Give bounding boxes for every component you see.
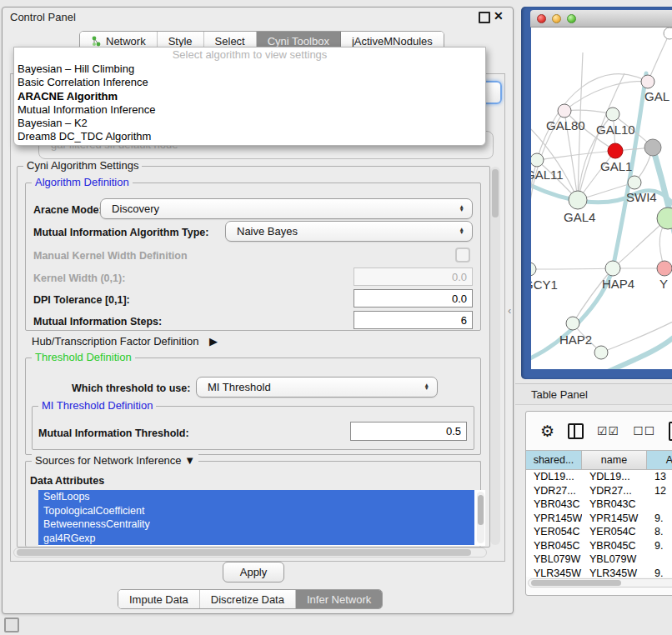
network-node[interactable]: [608, 143, 623, 158]
network-edge-thick[interactable]: [608, 337, 672, 369]
data-attributes-label: Data Attributes: [30, 475, 104, 487]
manual-kernel-label: Manual Kernel Width Definition: [33, 250, 188, 262]
network-edge[interactable]: [564, 82, 648, 111]
table-horizontal-scrollbar[interactable]: [528, 578, 672, 588]
table-cell: YBR043C: [582, 498, 647, 512]
settings-horizontal-scrollbar[interactable]: [13, 548, 487, 558]
algorithm-option[interactable]: Dream8 DC_TDC Algorithm: [14, 130, 485, 143]
data-attribute-item[interactable]: gal4RGexp: [38, 532, 474, 546]
manual-kernel-checkbox[interactable]: [455, 248, 470, 262]
gear-icon[interactable]: ⚙: [540, 423, 554, 439]
apply-button[interactable]: Apply: [223, 562, 284, 582]
threshold-definition-title: Threshold Definition: [32, 351, 135, 363]
network-node[interactable]: [594, 346, 608, 359]
network-edge[interactable]: [648, 33, 669, 82]
panel-collapse-chevron-icon[interactable]: ‹: [508, 304, 511, 317]
panel-title: Control Panel: [10, 11, 76, 23]
table-cell: YBL079W: [526, 552, 582, 567]
table-row[interactable]: YDR27...YDR27...12: [526, 484, 672, 498]
tab-discretize-data[interactable]: Discretize Data: [200, 590, 296, 608]
horizontal-scrollbar-thumb[interactable]: [17, 549, 471, 556]
kernel-width-field[interactable]: 0.0: [354, 268, 473, 286]
deselect-all-icon[interactable]: ☐☐: [633, 424, 655, 438]
table-panel-body: ⚙ ☑☑ ☐☐ shared...nameAYDL19...YDL19...13…: [515, 406, 672, 606]
table-row[interactable]: YBR043CYBR043C: [526, 498, 672, 512]
tab-infer-network[interactable]: Infer Network: [296, 590, 382, 608]
mi-threshold-field[interactable]: 0.5: [350, 422, 467, 441]
network-node[interactable]: [531, 262, 536, 276]
table-row[interactable]: YER054CYER054C8.: [526, 525, 672, 539]
collapse-arrow-icon[interactable]: ▼: [184, 454, 195, 467]
float-window-icon[interactable]: [479, 12, 490, 23]
network-edge[interactable]: [564, 110, 613, 114]
table-cell: 9.: [647, 512, 672, 526]
minimize-traffic-light[interactable]: [552, 14, 561, 23]
algorithm-option[interactable]: Basic Correlation Inference: [14, 76, 485, 89]
settings-vertical-scrollbar[interactable]: [490, 167, 500, 545]
table-row[interactable]: YBL079WYBL079W: [526, 552, 672, 567]
close-icon[interactable]: ✕: [494, 9, 504, 22]
hub-definition-toggle[interactable]: Hub/Transcription Factor Definition ▶: [32, 335, 218, 348]
vertical-scrollbar-thumb[interactable]: [492, 169, 499, 218]
list-scrollbar-thumb[interactable]: [478, 495, 484, 525]
network-node[interactable]: [558, 104, 571, 118]
node-table: shared...nameAYDL19...YDL19...13YDR27...…: [526, 450, 672, 577]
which-threshold-combo[interactable]: MI Threshold ▲▼: [196, 377, 438, 398]
select-all-icon[interactable]: ☑☑: [597, 424, 619, 438]
list-scrollbar[interactable]: [477, 492, 484, 543]
network-node-label: GAL11: [531, 168, 564, 182]
table-cell: YER054C: [582, 525, 647, 539]
data-attribute-item[interactable]: BetweennessCentrality: [38, 518, 474, 532]
network-canvas[interactable]: GALGAL80GAL10GAL1GAL11SWI4GAL4GCY1HAP4YH…: [531, 28, 672, 369]
network-node[interactable]: [657, 261, 672, 276]
dpi-tolerance-field[interactable]: 0.0: [354, 289, 473, 308]
network-node[interactable]: [569, 191, 587, 209]
table-row[interactable]: YLR345WYLR345W9.: [526, 567, 672, 578]
mi-steps-field[interactable]: 6: [354, 311, 473, 329]
sources-title[interactable]: Sources for Network Inference ▼: [32, 454, 198, 467]
expand-arrow-icon[interactable]: ▶: [209, 335, 218, 348]
network-node[interactable]: [566, 317, 579, 330]
table-cell: 9.: [647, 539, 672, 553]
mini-dock-icon[interactable]: [4, 618, 19, 632]
table-row[interactable]: YBR045CYBR045C9.: [526, 539, 672, 553]
data-attribute-item[interactable]: SelfLoops: [38, 490, 474, 504]
column-header[interactable]: shared...: [526, 451, 582, 469]
algorithm-option[interactable]: Mutual Information Inference: [14, 103, 485, 117]
page-icon[interactable]: [669, 422, 672, 441]
network-window-titlebar[interactable]: [530, 10, 672, 28]
network-node[interactable]: [641, 75, 654, 88]
column-header[interactable]: A: [647, 451, 672, 469]
table-cell: 9.: [647, 567, 672, 578]
column-header[interactable]: name: [582, 451, 647, 469]
network-edge[interactable]: [531, 268, 613, 269]
network-node[interactable]: [664, 28, 672, 39]
algorithm-option[interactable]: ARACNE Algorithm: [14, 90, 485, 103]
aracne-mode-combo[interactable]: Discovery ▲▼: [100, 198, 473, 219]
mi-type-combo[interactable]: Naive Bayes ▲▼: [225, 221, 473, 242]
table-row[interactable]: YPR145WYPR145W9.: [526, 512, 672, 526]
tab-impute-data[interactable]: Impute Data: [118, 590, 200, 608]
network-node[interactable]: [605, 261, 620, 276]
network-node-label: GAL80: [546, 118, 585, 132]
columns-icon[interactable]: [568, 423, 584, 439]
zoom-traffic-light[interactable]: [567, 14, 576, 23]
aracne-mode-label: Aracne Mode:: [33, 204, 103, 216]
table-cell: YDR27...: [582, 484, 647, 498]
cyni-settings-title: Cyni Algorithm Settings: [23, 159, 142, 172]
network-node-label: Y: [659, 277, 668, 291]
network-edge[interactable]: [578, 73, 624, 200]
network-node[interactable]: [606, 108, 619, 121]
close-traffic-light[interactable]: [537, 14, 546, 23]
network-node[interactable]: [628, 176, 641, 189]
kernel-width-label: Kernel Width (0,1):: [33, 272, 125, 284]
network-node[interactable]: [644, 139, 661, 156]
algorithm-option[interactable]: Bayesian – K2: [14, 117, 485, 130]
stepper-arrows-icon: ▲▼: [424, 383, 429, 391]
table-row[interactable]: YDL19...YDL19...13: [526, 470, 672, 484]
network-node[interactable]: [531, 153, 544, 167]
data-attribute-item[interactable]: TopologicalCoefficient: [38, 504, 474, 518]
algorithm-option[interactable]: Bayesian – Hill Climbing: [14, 62, 485, 76]
table-scrollbar-thumb[interactable]: [531, 580, 621, 586]
network-edge[interactable]: [537, 74, 648, 160]
